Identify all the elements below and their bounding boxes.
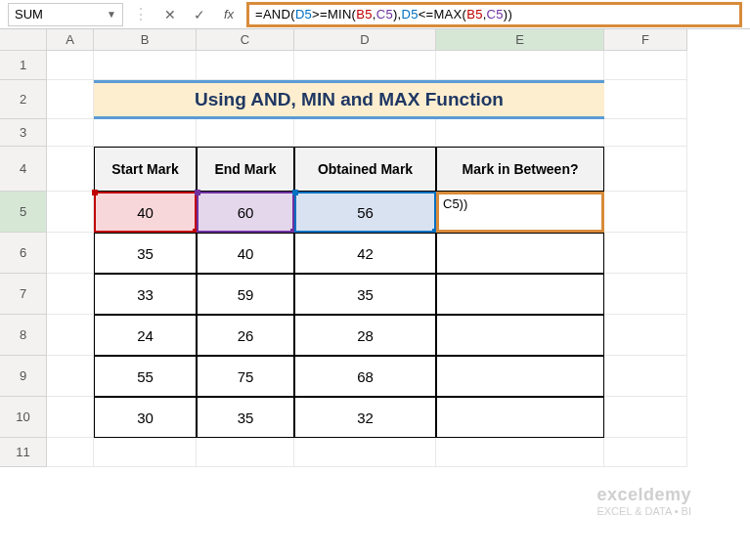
cell-d7[interactable]: 35 [294, 274, 436, 315]
header-obtained-mark[interactable]: Obtained Mark [294, 147, 436, 192]
header-end-mark[interactable]: End Mark [197, 147, 294, 192]
row-header-3[interactable]: 3 [0, 119, 47, 147]
cell-b6[interactable]: 35 [94, 233, 197, 274]
cell[interactable] [47, 192, 94, 233]
row-header-10[interactable]: 10 [0, 397, 47, 438]
cell[interactable] [294, 51, 436, 80]
col-header-d[interactable]: D [294, 29, 436, 51]
cell[interactable] [94, 51, 197, 80]
cell[interactable] [47, 51, 94, 80]
header-mark-between[interactable]: Mark in Between? [436, 147, 604, 192]
name-box-value: SUM [15, 7, 43, 22]
row-header-11[interactable]: 11 [0, 438, 47, 467]
cell[interactable] [47, 315, 94, 356]
title-merged-cell[interactable]: Using AND, MIN and MAX Function [94, 80, 604, 119]
row-header-8[interactable]: 8 [0, 315, 47, 356]
cell-e10[interactable] [436, 397, 604, 438]
cell[interactable] [94, 119, 197, 147]
row-header-4[interactable]: 4 [0, 147, 47, 192]
cell[interactable] [604, 80, 687, 119]
cell-e6[interactable] [436, 233, 604, 274]
col-header-e[interactable]: E [436, 29, 604, 51]
cell[interactable] [604, 315, 687, 356]
cell-e8[interactable] [436, 315, 604, 356]
cell[interactable] [604, 147, 687, 192]
row-header-7[interactable]: 7 [0, 274, 47, 315]
cell[interactable] [47, 356, 94, 397]
cell[interactable] [604, 397, 687, 438]
spreadsheet-grid: A B C D E F 1 2 Using AND, MIN and MAX F… [0, 29, 750, 467]
cell[interactable] [94, 438, 197, 467]
cell[interactable] [436, 51, 604, 80]
cell-d10[interactable]: 32 [294, 397, 436, 438]
row-header-9[interactable]: 9 [0, 356, 47, 397]
cell[interactable] [47, 119, 94, 147]
cell-c6[interactable]: 40 [197, 233, 294, 274]
cell-c8[interactable]: 26 [197, 315, 294, 356]
cell-e9[interactable] [436, 356, 604, 397]
cell-d6[interactable]: 42 [294, 233, 436, 274]
select-all-corner[interactable] [0, 29, 47, 51]
cell-d5[interactable]: 56 [294, 192, 436, 233]
cancel-button[interactable]: ✕ [158, 3, 182, 26]
cell-b7[interactable]: 33 [94, 274, 197, 315]
cell[interactable] [604, 356, 687, 397]
cell-c9[interactable]: 75 [197, 356, 294, 397]
watermark-tagline: EXCEL & DATA • BI [596, 505, 691, 517]
separator: ⋮ [129, 5, 153, 23]
cell[interactable] [47, 438, 94, 467]
cell-c5[interactable]: 60 [197, 192, 294, 233]
col-header-c[interactable]: C [197, 29, 294, 51]
cell[interactable] [47, 233, 94, 274]
fx-button[interactable]: fx [217, 3, 241, 26]
watermark: exceldemy EXCEL & DATA • BI [596, 485, 691, 517]
cell-c10[interactable]: 35 [197, 397, 294, 438]
name-box-dropdown-icon[interactable]: ▼ [107, 9, 116, 20]
cell[interactable] [47, 147, 94, 192]
cell-e5-active[interactable]: C5)) [436, 192, 604, 233]
row-header-6[interactable]: 6 [0, 233, 47, 274]
cell[interactable] [436, 119, 604, 147]
header-start-mark[interactable]: Start Mark [94, 147, 197, 192]
name-box[interactable]: SUM ▼ [8, 3, 123, 26]
formula-input[interactable]: =AND(D5>=MIN(B5,C5),D5<=MAX(B5,C5)) [246, 2, 742, 27]
col-header-b[interactable]: B [94, 29, 197, 51]
cell[interactable] [436, 438, 604, 467]
row-header-5[interactable]: 5 [0, 192, 47, 233]
cell-c7[interactable]: 59 [197, 274, 294, 315]
cell[interactable] [604, 233, 687, 274]
cell[interactable] [604, 274, 687, 315]
cell[interactable] [47, 80, 94, 119]
cell[interactable] [604, 51, 687, 80]
cell[interactable] [47, 397, 94, 438]
cell[interactable] [294, 119, 436, 147]
cell[interactable] [604, 438, 687, 467]
col-header-f[interactable]: F [604, 29, 687, 51]
watermark-brand: exceldemy [596, 485, 691, 505]
row-header-1[interactable]: 1 [0, 51, 47, 80]
cell-b5[interactable]: 40 [94, 192, 197, 233]
cell-b10[interactable]: 30 [94, 397, 197, 438]
cell[interactable] [197, 438, 294, 467]
formula-bar: SUM ▼ ⋮ ✕ ✓ fx =AND(D5>=MIN(B5,C5),D5<=M… [0, 0, 750, 29]
cell-d9[interactable]: 68 [294, 356, 436, 397]
cell[interactable] [197, 51, 294, 80]
cell-d8[interactable]: 28 [294, 315, 436, 356]
cell-e7[interactable] [436, 274, 604, 315]
cell[interactable] [604, 192, 687, 233]
cell[interactable] [47, 274, 94, 315]
enter-button[interactable]: ✓ [188, 3, 211, 26]
cell-b9[interactable]: 55 [94, 356, 197, 397]
row-header-2[interactable]: 2 [0, 80, 47, 119]
cell[interactable] [294, 438, 436, 467]
cell[interactable] [197, 119, 294, 147]
cell-b8[interactable]: 24 [94, 315, 197, 356]
cell[interactable] [604, 119, 687, 147]
col-header-a[interactable]: A [47, 29, 94, 51]
